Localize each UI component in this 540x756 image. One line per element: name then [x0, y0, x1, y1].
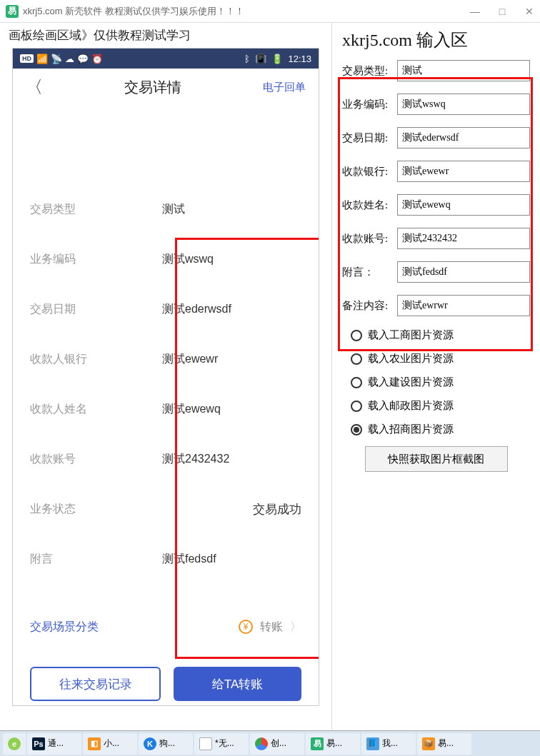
- input-bank[interactable]: [397, 161, 530, 182]
- label-status: 业务状态: [30, 502, 162, 517]
- label-field-memo: 附言：: [342, 266, 397, 279]
- yi-icon: 易: [311, 737, 324, 750]
- preview-panel: 画板绘画区域》仅供教程测试学习 HD 📶 📡 ☁ 💬 ⏰ ᛒ 📳 🔋 12:13: [0, 23, 332, 730]
- radio-label-abc: 载入农业图片资源: [368, 352, 454, 366]
- input-type[interactable]: [397, 60, 530, 81]
- input-memo[interactable]: [397, 261, 530, 283]
- titlebar: 易 xkrj5.com 新壳软件 教程测试仅供学习娱乐使用！！！ — □ ✕: [0, 0, 540, 23]
- task-book[interactable]: 📘我...: [361, 733, 416, 755]
- value-acct: 测试2432432: [162, 452, 301, 467]
- box-icon: 📦: [422, 737, 435, 750]
- label-field-note: 备注内容:: [342, 299, 397, 313]
- field-type: 交易类型:: [342, 60, 530, 81]
- row-memo: 附言 测试fedsdf: [13, 534, 319, 584]
- label-code: 业务编码: [30, 252, 162, 267]
- value-date: 测试ederwsdf: [162, 302, 301, 317]
- receipt-link[interactable]: 电子回单: [263, 81, 306, 94]
- input-panel: xkrj5.com 输入区 交易类型: 业务编码: 交易日期: 收款银行: 收款…: [332, 23, 540, 730]
- radio-label-cmb: 载入招商图片资源: [368, 423, 454, 436]
- status-left: HD 📶 📡 ☁ 💬 ⏰: [20, 54, 103, 64]
- taskbar: e Ps通... ◧小... K狗... *无... 创... 易易... 📘我…: [0, 730, 540, 756]
- row-type: 交易类型 测试: [13, 184, 319, 234]
- task-label: 创...: [271, 737, 286, 750]
- history-button[interactable]: 往来交易记录: [30, 667, 161, 701]
- main-content: 画板绘画区域》仅供教程测试学习 HD 📶 📡 ☁ 💬 ⏰ ᛒ 📳 🔋 12:13: [0, 23, 540, 730]
- radio-icon: [351, 330, 362, 341]
- hd-badge: HD: [20, 54, 34, 63]
- radio-label-ccb: 载入建设图片资源: [368, 376, 454, 389]
- label-field-bank: 收款银行:: [342, 165, 397, 178]
- back-icon[interactable]: 〈: [26, 76, 43, 99]
- cloud-icon: ☁: [65, 54, 74, 64]
- task-label: 狗...: [159, 737, 175, 750]
- row-bank: 收款人银行 测试ewewr: [13, 334, 319, 384]
- task-note[interactable]: *无...: [194, 733, 249, 755]
- window-buttons: — □ ✕: [470, 6, 534, 16]
- radio-ccb[interactable]: 载入建设图片资源: [351, 376, 530, 389]
- radio-group: 载入工商图片资源 载入农业图片资源 载入建设图片资源 载入邮政图片资源 载入招商…: [342, 328, 530, 436]
- input-acct[interactable]: [397, 228, 530, 249]
- radio-cmb[interactable]: 载入招商图片资源: [351, 423, 530, 436]
- label-field-date: 交易日期:: [342, 131, 397, 145]
- maximize-button[interactable]: □: [497, 6, 507, 16]
- value-bank: 测试ewewr: [162, 352, 301, 367]
- close-button[interactable]: ✕: [524, 6, 534, 16]
- row-scene[interactable]: 交易场景分类 ¥ 转账 〉: [13, 605, 319, 648]
- field-acct: 收款账号:: [342, 228, 530, 249]
- preview-header: 画板绘画区域》仅供教程测试学习: [9, 27, 323, 44]
- label-field-name: 收款姓名:: [342, 198, 397, 212]
- label-field-acct: 收款账号:: [342, 232, 397, 246]
- label-memo: 附言: [30, 552, 162, 567]
- radio-icbc[interactable]: 载入工商图片资源: [351, 328, 530, 342]
- task-chrome[interactable]: 创...: [250, 733, 304, 755]
- phone-page-title: 交易详情: [124, 78, 181, 97]
- phone-body: 交易类型 测试 业务编码 测试wswq 交易日期 测试ederwsdf 收款人银…: [13, 106, 319, 706]
- label-field-type: 交易类型:: [342, 64, 397, 78]
- value-type: 测试: [162, 202, 301, 217]
- radio-label-icbc: 载入工商图片资源: [368, 328, 454, 342]
- bluetooth-icon: ᛒ: [244, 54, 250, 64]
- row-status: 业务状态 交易成功: [13, 484, 319, 534]
- input-name[interactable]: [397, 194, 530, 216]
- radio-icon: [351, 400, 362, 412]
- task-small[interactable]: ◧小...: [83, 733, 137, 755]
- task-start[interactable]: e: [3, 733, 26, 755]
- field-bank: 收款银行:: [342, 161, 530, 182]
- scene-right: ¥ 转账 〉: [239, 620, 301, 635]
- snapshot-button[interactable]: 快照获取图片框截图: [365, 446, 508, 472]
- task-ps[interactable]: Ps通...: [27, 733, 81, 755]
- task-label: *无...: [215, 737, 234, 750]
- label-date: 交易日期: [30, 302, 162, 317]
- label-bank: 收款人银行: [30, 352, 162, 367]
- value-name: 测试ewewq: [162, 402, 301, 417]
- task-k[interactable]: K狗...: [139, 733, 193, 755]
- alarm-icon: ⏰: [91, 54, 103, 64]
- input-date[interactable]: [397, 127, 530, 148]
- task-yi[interactable]: 易易...: [306, 733, 360, 755]
- battery-icon: 🔋: [271, 54, 283, 64]
- input-note[interactable]: [397, 295, 530, 316]
- task-label: 通...: [48, 737, 64, 750]
- radio-post[interactable]: 载入邮政图片资源: [351, 399, 530, 413]
- status-time: 12:13: [288, 54, 311, 64]
- input-code[interactable]: [397, 94, 530, 115]
- value-code: 测试wswq: [162, 252, 301, 267]
- radio-icon: [351, 377, 362, 388]
- book-icon: 📘: [366, 737, 379, 750]
- transfer-button[interactable]: 给TA转账: [174, 667, 301, 701]
- phone-mockup: HD 📶 📡 ☁ 💬 ⏰ ᛒ 📳 🔋 12:13 〈 交易详情 电: [12, 48, 319, 706]
- minimize-button[interactable]: —: [470, 6, 480, 16]
- task-label: 我...: [382, 737, 398, 750]
- label-field-code: 业务编码:: [342, 98, 397, 111]
- field-note: 备注内容:: [342, 295, 530, 316]
- phone-nav-header: 〈 交易详情 电子回单: [13, 69, 319, 106]
- radio-icon-checked: [351, 424, 362, 435]
- wifi-icon: 📡: [51, 54, 62, 64]
- label-scene: 交易场景分类: [30, 620, 99, 635]
- task-or[interactable]: 📦易...: [417, 733, 471, 755]
- input-panel-title: xkrj5.com 输入区: [342, 29, 530, 51]
- row-name: 收款人姓名 测试ewewq: [13, 384, 319, 434]
- phone-action-buttons: 往来交易记录 给TA转账: [13, 648, 319, 706]
- task-label: 小...: [104, 737, 119, 750]
- radio-abc[interactable]: 载入农业图片资源: [351, 352, 530, 366]
